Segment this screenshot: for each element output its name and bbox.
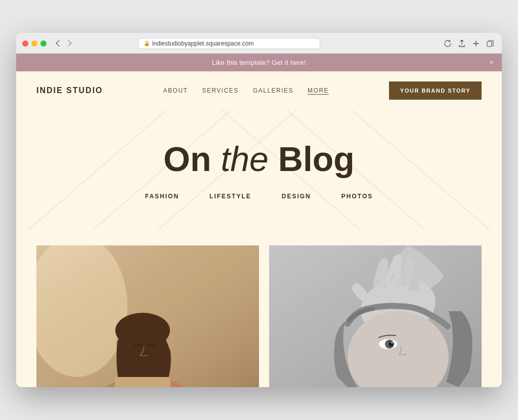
announcement-text: Like this template? Get it here! [212,59,306,66]
back-button[interactable] [53,38,63,49]
share-button[interactable] [456,38,467,49]
browser-window: 🔒 indiestudiobyapplet.squarespace.com Li… [16,33,502,388]
hero-section: On the Blog FASHION LIFESTYLE DESIGN PHO… [16,110,502,231]
address-bar[interactable]: 🔒 indiestudiobyapplet.squarespace.com [138,38,320,49]
category-photos[interactable]: PHOTOS [341,193,373,200]
hero-title-italic: the [221,140,269,178]
svg-point-24 [388,342,394,347]
forward-button[interactable] [65,38,75,49]
new-tab-button[interactable] [470,38,482,49]
navigation: INDIE STUDIO ABOUT SERVICES GALLERIES MO… [16,71,502,110]
traffic-lights [22,40,47,47]
browser-actions [442,38,496,49]
blog-categories: FASHION LIFESTYLE DESIGN PHOTOS [26,193,492,210]
nav-about[interactable]: ABOUT [163,87,188,94]
maximize-button[interactable] [40,40,47,47]
browser-chrome: 🔒 indiestudiobyapplet.squarespace.com [16,33,502,54]
blog-grid [16,230,502,387]
blog-card-2[interactable] [259,245,482,387]
svg-rect-0 [487,41,492,47]
svg-rect-13 [115,377,170,387]
website-content: Like this template? Get it here! × INDIE… [16,54,502,388]
category-lifestyle[interactable]: LIFESTYLE [209,193,251,200]
hero-title-blog: Blog [269,140,355,178]
hero-title: On the Blog [26,140,492,178]
site-logo[interactable]: INDIE STUDIO [36,86,103,95]
hero-title-on: On [163,140,221,178]
category-fashion[interactable]: FASHION [145,193,179,200]
minimize-button[interactable] [31,40,37,47]
url-text: indiestudiobyapplet.squarespace.com [152,40,254,47]
category-design[interactable]: DESIGN [282,193,311,200]
blog-card-1[interactable] [36,245,259,387]
announcement-bar: Like this template? Get it here! × [16,54,502,71]
nav-more[interactable]: MORE [308,87,329,94]
browser-controls [53,38,75,49]
duplicate-button[interactable] [485,38,496,49]
blog-image-1 [36,245,259,387]
cta-button[interactable]: YOUR BRAND STORY [389,81,482,100]
svg-point-25 [392,342,393,344]
nav-galleries[interactable]: GALLERIES [253,87,293,94]
reload-button[interactable] [442,38,453,49]
lock-icon: 🔒 [144,40,150,46]
close-button[interactable] [22,40,28,47]
nav-services[interactable]: SERVICES [202,87,238,94]
nav-links: ABOUT SERVICES GALLERIES MORE [163,87,329,94]
blog-image-2 [269,245,482,387]
announcement-close[interactable]: × [490,58,494,66]
